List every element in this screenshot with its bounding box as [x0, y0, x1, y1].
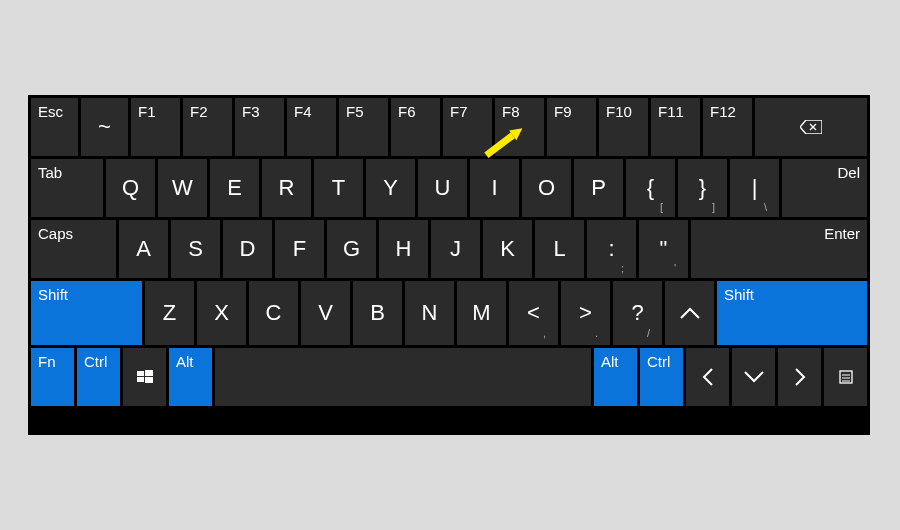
key-w[interactable]: W: [158, 159, 207, 217]
chevron-up-icon: [679, 306, 701, 320]
key-f8[interactable]: F8: [495, 98, 544, 156]
key-f3[interactable]: F3: [235, 98, 284, 156]
key-g[interactable]: G: [327, 220, 376, 278]
key-v[interactable]: V: [301, 281, 350, 345]
chevron-right-icon: [793, 367, 807, 387]
key-f10[interactable]: F10: [599, 98, 648, 156]
key-enter[interactable]: Enter: [691, 220, 867, 278]
key-m[interactable]: M: [457, 281, 506, 345]
key-f6[interactable]: F6: [391, 98, 440, 156]
key-f9[interactable]: F9: [547, 98, 596, 156]
key-i[interactable]: I: [470, 159, 519, 217]
key-u[interactable]: U: [418, 159, 467, 217]
chevron-left-icon: [701, 367, 715, 387]
key-bracket-right[interactable]: }]: [678, 159, 727, 217]
key-l[interactable]: L: [535, 220, 584, 278]
key-backslash[interactable]: |\: [730, 159, 779, 217]
key-ctrl-right[interactable]: Ctrl: [640, 348, 683, 406]
key-tilde[interactable]: ~: [81, 98, 128, 156]
key-up[interactable]: [665, 281, 714, 345]
windows-icon: [137, 369, 153, 385]
keyboard-row-3: Shift Z X C V B N M <, >. ?/ Shift: [31, 281, 867, 345]
keyboard-row-4: Fn Ctrl Alt Alt Ctrl: [31, 348, 867, 406]
key-a[interactable]: A: [119, 220, 168, 278]
key-tab[interactable]: Tab: [31, 159, 103, 217]
key-f2[interactable]: F2: [183, 98, 232, 156]
key-slash[interactable]: ?/: [613, 281, 662, 345]
key-h[interactable]: H: [379, 220, 428, 278]
keyboard-row-2: Caps A S D F G H J K L :; "' Enter: [31, 220, 867, 278]
key-c[interactable]: C: [249, 281, 298, 345]
key-o[interactable]: O: [522, 159, 571, 217]
key-quote[interactable]: "': [639, 220, 688, 278]
key-t[interactable]: T: [314, 159, 363, 217]
key-alt-left[interactable]: Alt: [169, 348, 212, 406]
key-right[interactable]: [778, 348, 821, 406]
key-comma[interactable]: <,: [509, 281, 558, 345]
key-y[interactable]: Y: [366, 159, 415, 217]
key-b[interactable]: B: [353, 281, 402, 345]
key-f7[interactable]: F7: [443, 98, 492, 156]
key-backspace[interactable]: [755, 98, 867, 156]
svg-rect-1: [145, 370, 153, 376]
key-del[interactable]: Del: [782, 159, 867, 217]
key-windows[interactable]: [123, 348, 166, 406]
key-period[interactable]: >.: [561, 281, 610, 345]
key-ctrl-left[interactable]: Ctrl: [77, 348, 120, 406]
key-esc[interactable]: Esc: [31, 98, 78, 156]
key-fn[interactable]: Fn: [31, 348, 74, 406]
key-down[interactable]: [732, 348, 775, 406]
key-s[interactable]: S: [171, 220, 220, 278]
key-x[interactable]: X: [197, 281, 246, 345]
key-e[interactable]: E: [210, 159, 259, 217]
menu-icon: [839, 370, 853, 384]
key-bracket-left[interactable]: {[: [626, 159, 675, 217]
key-left[interactable]: [686, 348, 729, 406]
key-d[interactable]: D: [223, 220, 272, 278]
key-shift-left[interactable]: Shift: [31, 281, 142, 345]
key-alt-right[interactable]: Alt: [594, 348, 637, 406]
key-f5[interactable]: F5: [339, 98, 388, 156]
svg-rect-2: [137, 377, 144, 382]
key-k[interactable]: K: [483, 220, 532, 278]
on-screen-keyboard: Esc ~ F1 F2 F3 F4 F5 F6 F7 F8 F9 F10 F11…: [28, 95, 870, 435]
key-f[interactable]: F: [275, 220, 324, 278]
key-semicolon[interactable]: :;: [587, 220, 636, 278]
keyboard-row-1: Tab Q W E R T Y U I O P {[ }] |\ Del: [31, 159, 867, 217]
key-p[interactable]: P: [574, 159, 623, 217]
key-j[interactable]: J: [431, 220, 480, 278]
key-z[interactable]: Z: [145, 281, 194, 345]
key-f1[interactable]: F1: [131, 98, 180, 156]
key-f4[interactable]: F4: [287, 98, 336, 156]
key-f11[interactable]: F11: [651, 98, 700, 156]
key-f12[interactable]: F12: [703, 98, 752, 156]
key-q[interactable]: Q: [106, 159, 155, 217]
key-space[interactable]: [215, 348, 591, 406]
key-r[interactable]: R: [262, 159, 311, 217]
key-shift-right[interactable]: Shift: [717, 281, 867, 345]
key-n[interactable]: N: [405, 281, 454, 345]
key-menu[interactable]: [824, 348, 867, 406]
svg-rect-0: [137, 371, 144, 376]
svg-rect-3: [145, 377, 153, 383]
chevron-down-icon: [743, 370, 765, 384]
key-caps[interactable]: Caps: [31, 220, 116, 278]
backspace-icon: [800, 120, 822, 134]
keyboard-row-fn: Esc ~ F1 F2 F3 F4 F5 F6 F7 F8 F9 F10 F11…: [31, 98, 867, 156]
